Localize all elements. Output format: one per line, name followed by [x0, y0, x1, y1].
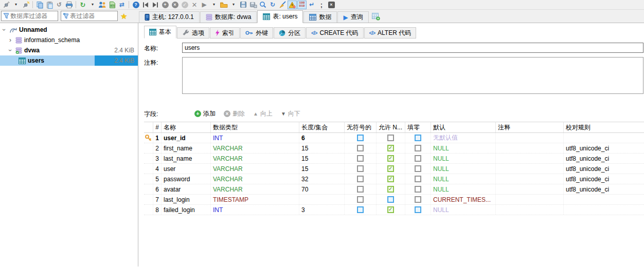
zerofill-checkbox[interactable] — [415, 206, 421, 213]
tab-host[interactable]: 主机: 127.0.0.1 — [139, 11, 200, 23]
export-csv-icon[interactable]: CSV — [108, 1, 117, 9]
cell-default[interactable]: NULL — [431, 174, 496, 184]
unsigned-checkbox[interactable] — [357, 196, 364, 203]
subtab-indexes[interactable]: 索引 — [210, 27, 240, 39]
subtab-create-code[interactable]: </> CREATE 代码 — [306, 27, 364, 39]
discard-icon[interactable]: ✕ — [190, 1, 199, 9]
save-icon[interactable] — [239, 1, 248, 9]
cell-collation[interactable]: utf8_unicode_ci — [564, 143, 644, 153]
cell-comment[interactable] — [496, 143, 564, 153]
zerofill-checkbox[interactable] — [415, 165, 421, 172]
unsigned-checkbox[interactable] — [357, 135, 364, 141]
run-query-icon[interactable]: ▶ — [200, 1, 209, 9]
cell-length[interactable]: 15 — [299, 143, 345, 153]
allow-null-checkbox[interactable] — [387, 155, 394, 162]
table-row[interactable]: 5 password VARCHAR 32 NULL utf8_unicode_… — [144, 174, 644, 184]
paste-icon[interactable] — [45, 1, 54, 9]
refresh-dropdown-icon[interactable]: ▾ — [88, 1, 97, 9]
cell-length[interactable]: 32 — [299, 174, 345, 184]
stop-on-errors-icon[interactable] — [288, 1, 297, 9]
cell-collation[interactable] — [564, 195, 644, 204]
header-default[interactable]: 默认 — [431, 122, 496, 132]
allow-null-checkbox[interactable] — [387, 206, 394, 213]
cell-length[interactable]: 70 — [299, 184, 345, 194]
table-name-input[interactable] — [182, 43, 643, 53]
tree-session-unnamed[interactable]: › Unnamed — [0, 25, 138, 35]
cell-collation[interactable] — [564, 205, 644, 215]
header-name[interactable]: 名称 — [162, 122, 211, 132]
previous-tab-icon[interactable] — [141, 1, 150, 9]
cell-name[interactable]: user — [162, 164, 211, 174]
unsigned-checkbox[interactable] — [357, 165, 364, 172]
cell-length[interactable]: 15 — [299, 154, 345, 163]
clear-icon[interactable]: × — [327, 1, 336, 9]
new-query-tab-icon[interactable]: + — [160, 1, 170, 9]
print-icon[interactable] — [64, 1, 74, 9]
cell-type[interactable]: VARCHAR — [211, 154, 299, 163]
session-dropdown-icon[interactable]: ▾ — [11, 1, 21, 9]
cell-length[interactable]: 3 — [299, 205, 345, 215]
allow-null-checkbox[interactable] — [387, 165, 394, 172]
subtab-foreign-keys[interactable]: 外键 — [240, 27, 273, 39]
table-comment-input[interactable] — [182, 57, 643, 94]
cell-collation[interactable]: utf8_unicode_ci — [564, 164, 644, 174]
new-query-tab-button[interactable] — [371, 12, 381, 21]
cell-comment[interactable] — [496, 184, 564, 194]
cell-comment[interactable] — [496, 154, 564, 163]
subtab-alter-code[interactable]: </> ALTER 代码 — [364, 27, 417, 39]
binary-view-icon[interactable]: 100010 — [297, 1, 307, 9]
table-filter-input[interactable] — [70, 12, 116, 20]
cell-comment[interactable] — [496, 174, 564, 184]
allow-null-checkbox[interactable] — [387, 135, 394, 141]
subtab-basic[interactable]: 基本 — [144, 26, 176, 39]
header-unsigned[interactable]: 无符号的 — [345, 122, 377, 132]
next-tab-icon[interactable] — [151, 1, 160, 9]
find-icon[interactable] — [258, 1, 267, 9]
help-icon[interactable]: ? — [131, 1, 140, 9]
cell-type[interactable]: VARCHAR — [211, 143, 299, 153]
cell-default[interactable]: CURRENT_TIMES... — [431, 195, 496, 204]
wrap-lines-icon[interactable]: ↵ — [307, 1, 316, 9]
cell-comment[interactable] — [496, 164, 564, 174]
find-replace-icon[interactable]: ↻ — [268, 1, 277, 9]
save-as-icon[interactable] — [248, 1, 258, 9]
header-type[interactable]: 数据类型 — [211, 122, 299, 132]
database-filter-box[interactable] — [1, 11, 58, 21]
cell-default[interactable]: 无默认值 — [431, 133, 496, 143]
unsigned-checkbox[interactable] — [357, 176, 364, 182]
user-manager-icon[interactable] — [98, 1, 107, 9]
collapse-icon[interactable]: › — [7, 47, 13, 53]
data-flow-icon[interactable]: ⇄ — [117, 1, 127, 9]
cell-type[interactable]: INT — [211, 133, 299, 143]
favorites-star-icon[interactable]: ★ — [120, 12, 127, 20]
tab-data[interactable]: 数据 — [303, 11, 337, 23]
cell-default[interactable]: NULL — [431, 205, 496, 215]
cell-type[interactable]: INT — [211, 205, 299, 215]
allow-null-checkbox[interactable] — [387, 186, 394, 193]
cell-length[interactable]: 6 — [299, 133, 345, 143]
zerofill-checkbox[interactable] — [415, 186, 421, 193]
table-row[interactable]: 8 failed_login INT 3 NULL — [144, 205, 644, 215]
cell-type[interactable]: VARCHAR — [211, 164, 299, 174]
table-row[interactable]: 3 last_name VARCHAR 15 NULL utf8_unicode… — [144, 154, 644, 164]
move-up-button[interactable]: ▲ 向上 — [253, 109, 273, 118]
header-collation[interactable]: 校对规则 — [564, 122, 644, 132]
header-comment[interactable]: 注释 — [496, 122, 564, 132]
cell-name[interactable]: last_login — [162, 195, 211, 204]
database-filter-input[interactable] — [10, 12, 56, 20]
cell-collation[interactable]: utf8_unicode_ci — [564, 154, 644, 163]
header-allow-null[interactable]: 允许 N... — [377, 122, 405, 132]
cell-collation[interactable] — [564, 133, 644, 143]
allow-null-checkbox[interactable] — [387, 145, 394, 151]
cell-length[interactable] — [299, 195, 345, 204]
header-length[interactable]: 长度/集合 — [299, 122, 345, 132]
cell-name[interactable]: first_name — [162, 143, 211, 153]
zerofill-checkbox[interactable] — [415, 196, 421, 203]
table-row[interactable]: 1 user_id INT 6 无默认值 — [144, 133, 644, 143]
remove-field-button[interactable]: × 删除 — [224, 109, 245, 118]
cell-default[interactable]: NULL — [431, 154, 496, 163]
table-row[interactable]: 6 avatar VARCHAR 70 NULL utf8_unicode_ci — [144, 184, 644, 195]
cell-name[interactable]: last_name — [162, 154, 211, 163]
cell-default[interactable]: NULL — [431, 143, 496, 153]
tab-query[interactable]: ▶ 查询 — [337, 11, 368, 23]
